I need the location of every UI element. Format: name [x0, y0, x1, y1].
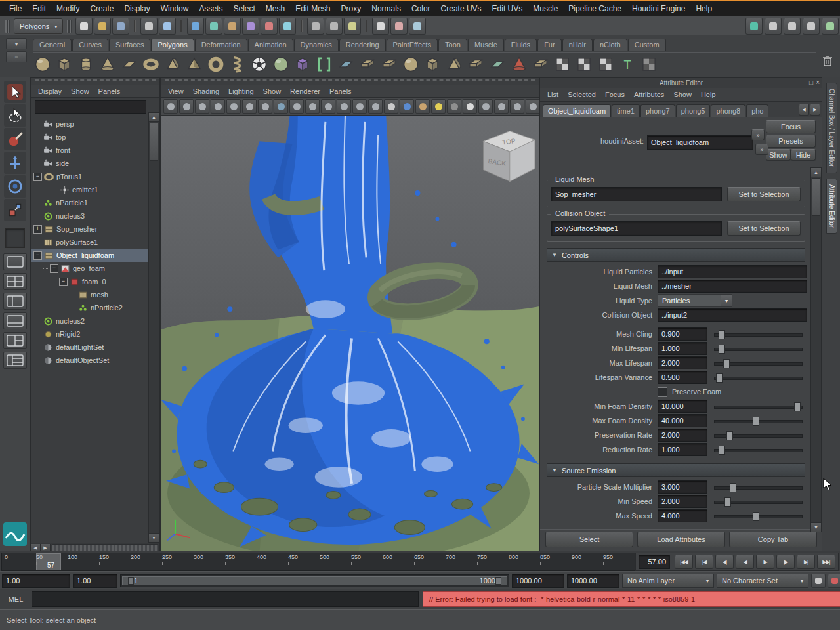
show-output-connections-icon[interactable]: » — [755, 144, 768, 155]
preservation-rate-slider[interactable] — [714, 430, 803, 440]
toolbar-grip[interactable] — [67, 20, 72, 33]
select-by-object-icon[interactable] — [159, 18, 176, 35]
rotate-tool[interactable] — [4, 175, 26, 198]
target-weld-icon[interactable] — [509, 54, 529, 74]
hide-button[interactable]: Hide — [791, 149, 816, 161]
outliner-item-top[interactable]: top — [31, 131, 159, 144]
shadows-icon[interactable] — [447, 99, 461, 114]
max-foam-density-field[interactable]: 40.000 — [658, 414, 707, 427]
menu-set-dropdown[interactable]: Polygons ▾ — [14, 18, 63, 34]
separate-icon[interactable] — [379, 54, 399, 74]
max-lifespan-field[interactable]: 2.000 — [658, 356, 707, 369]
command-input[interactable] — [32, 591, 419, 607]
scrollbar-thumb[interactable] — [52, 544, 158, 551]
sculpt-tool-icon[interactable] — [271, 54, 291, 74]
shaded-mode-icon[interactable] — [400, 99, 414, 114]
menu-houdini-engine[interactable]: Houdini Engine — [627, 3, 690, 14]
viewport-menu-renderer[interactable]: Renderer — [285, 87, 325, 96]
ae-menu-selected[interactable]: Selected — [563, 90, 600, 99]
liquid-particles-field[interactable]: ../input — [658, 265, 807, 278]
scrollbar-thumb[interactable] — [150, 123, 158, 161]
slider-handle[interactable] — [724, 497, 731, 507]
auto-keyframe-icon[interactable] — [811, 574, 826, 588]
save-scene-icon[interactable] — [112, 18, 129, 35]
image-plane-icon[interactable] — [226, 99, 241, 114]
layout-two-pane-side[interactable] — [3, 293, 27, 310]
collision-object-field[interactable]: ../input2 — [658, 308, 807, 322]
poly-cone-icon[interactable] — [98, 54, 117, 74]
ae-menu-show[interactable]: Show — [669, 90, 696, 99]
snap-to-view-plane-icon[interactable] — [261, 18, 278, 35]
character-set-dropdown[interactable]: No Character Set ▾ — [717, 574, 808, 588]
film-gate-icon[interactable] — [289, 99, 304, 114]
time-slider-ruler[interactable]: 57 0501001502002503003504004505005506006… — [1, 553, 635, 571]
outliner-item-geo-foam[interactable]: −geo_foam — [31, 262, 159, 275]
range-slider-inner[interactable]: 1 1000 — [122, 576, 507, 585]
houdini-asset-field[interactable]: Object_liquidfoam — [647, 135, 753, 150]
sidebar-toggle-icon[interactable] — [822, 18, 839, 35]
min-speed-field[interactable]: 2.000 — [658, 495, 707, 508]
animation-end-field[interactable]: 1000.00 — [567, 574, 620, 588]
open-scene-icon[interactable] — [94, 18, 111, 35]
menu-mesh[interactable]: Mesh — [261, 3, 290, 14]
uv-snapshot-icon[interactable] — [639, 54, 659, 74]
go-to-end-button[interactable]: ▶▶| — [817, 555, 835, 569]
menu-help[interactable]: Help — [690, 3, 717, 14]
reduction-rate-field[interactable]: 1.000 — [658, 443, 707, 456]
playback-end-field[interactable]: 1000.00 — [512, 574, 564, 588]
load-attributes-button[interactable]: Load Attributes — [637, 532, 725, 547]
poly-cylinder-icon[interactable] — [76, 54, 96, 74]
poly-pyramid-icon[interactable] — [184, 54, 204, 74]
shelf-tab-rendering[interactable]: Rendering — [339, 39, 386, 51]
ae-menu-focus[interactable]: Focus — [600, 90, 629, 99]
panel-tearoff-handle[interactable] — [35, 79, 156, 85]
poly-torus-icon[interactable] — [141, 54, 161, 74]
outliner-item-defaultlightset[interactable]: defaultLightSet — [31, 341, 159, 354]
shelf-tab-fur[interactable]: Fur — [537, 39, 562, 51]
last-tool-slot[interactable] — [5, 228, 25, 248]
new-scene-icon[interactable] — [75, 18, 93, 35]
layout-single-pane[interactable] — [3, 253, 27, 270]
collision-object-name-field[interactable]: polySurfaceShape1 — [551, 221, 722, 236]
collapse-expander-icon[interactable]: − — [33, 251, 42, 260]
viewport-menu-view[interactable]: View — [163, 87, 188, 96]
multi-cut-icon[interactable] — [488, 54, 507, 74]
layout-two-pane-stacked[interactable] — [3, 312, 27, 329]
max-foam-density-slider[interactable] — [714, 416, 803, 425]
range-start-handle[interactable] — [128, 577, 134, 585]
ipr-render-icon[interactable] — [390, 18, 408, 35]
outliner-item-emitter1[interactable]: emitter1 — [31, 183, 159, 196]
shelf-tab-dynamics[interactable]: Dynamics — [294, 39, 339, 51]
collapse-expander-icon[interactable]: − — [33, 173, 42, 181]
max-speed-slider[interactable] — [714, 511, 803, 520]
menu-modify[interactable]: Modify — [51, 3, 85, 14]
channel-list-icon[interactable] — [784, 18, 801, 35]
quad-draw-icon[interactable] — [336, 54, 356, 74]
type-text-icon[interactable]: T — [618, 54, 637, 74]
motion-blur-icon[interactable] — [478, 99, 493, 114]
menu-file[interactable]: File — [4, 3, 27, 14]
outliner-menu-panels[interactable]: Panels — [94, 87, 125, 96]
lifespan-variance-field[interactable]: 0.500 — [658, 371, 707, 384]
construction-history-icon[interactable] — [344, 18, 361, 35]
attribute-editor-scrollbar[interactable]: ▲ ▼ — [810, 167, 822, 532]
menu-edit[interactable]: Edit — [27, 3, 51, 14]
use-all-lights-icon[interactable] — [431, 99, 446, 114]
outliner-item-sop-mesher[interactable]: +Sop_mesher — [31, 222, 159, 236]
slider-handle[interactable] — [753, 417, 759, 426]
panel-grid-icon[interactable] — [765, 18, 782, 35]
shelf-tab-menu-icon[interactable]: ▾ — [6, 38, 27, 49]
preservation-rate-field[interactable]: 2.000 — [658, 429, 707, 442]
shelf-tab-ncloth[interactable]: nCloth — [593, 39, 627, 51]
combine-icon[interactable] — [358, 54, 377, 74]
menu-edit-uvs[interactable]: Edit UVs — [487, 3, 528, 14]
poly-pipe-icon[interactable] — [206, 54, 226, 74]
bevel-icon[interactable] — [444, 54, 464, 74]
select-tool[interactable] — [4, 81, 26, 103]
field-chart-icon[interactable] — [337, 99, 351, 114]
grease-pencil-icon[interactable] — [258, 99, 272, 114]
ae-menu-help[interactable]: Help — [696, 90, 721, 99]
toolbar-grip[interactable] — [5, 20, 10, 33]
poly-plane-icon[interactable] — [119, 54, 139, 74]
show-input-connections-icon[interactable]: » — [751, 129, 765, 140]
